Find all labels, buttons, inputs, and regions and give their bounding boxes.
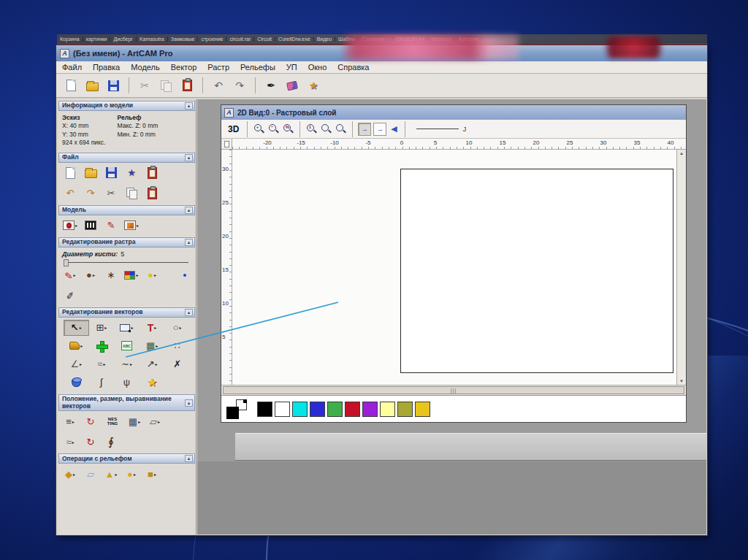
join-vectors-button[interactable]: ψ [114,375,140,391]
panel-header-vector-edit[interactable]: Редактирование векторов ▲ [58,307,195,318]
paste-button[interactable] [144,185,160,202]
collapse-button[interactable]: ▲ [185,239,193,246]
brush-select-button[interactable]: ●▸ [83,267,99,283]
menu-reliefs[interactable]: Рельефы [240,63,275,72]
relief-block-button[interactable]: ■▸ [144,466,160,482]
colour-palette-button[interactable]: ▸ [123,267,140,283]
file-open-button[interactable] [83,165,99,181]
switch-3d-button[interactable]: 3D [225,123,242,135]
palette-swatch[interactable] [345,402,360,417]
spiral-tool-button[interactable]: ∮ [103,434,119,450]
taskbar-item[interactable]: строение [198,37,226,42]
undo-button[interactable]: ↶ [210,77,227,94]
measure-tool-button[interactable]: ∠▸ [64,356,89,372]
relief-plane-button[interactable]: ▱ [83,466,99,482]
taskbar-item[interactable]: Vasidocx [428,37,455,42]
file-print-button[interactable] [144,165,160,181]
flood-fill-button[interactable]: ●▸ [144,267,160,283]
file-export-button[interactable]: ★ [123,165,140,181]
brush-diameter-slider[interactable] [64,262,188,263]
menu-edit[interactable]: Правка [93,63,120,72]
palette-swatch[interactable] [275,402,290,417]
pen-tool-button[interactable]: ✒ [262,77,280,94]
copy-shapes-button[interactable]: ▱▸ [147,413,163,429]
palette-swatch[interactable] [292,402,308,417]
model-notes-button[interactable]: ✎ [103,218,119,234]
menu-model[interactable]: Модель [131,63,159,72]
collapse-button[interactable]: ▲ [185,309,193,316]
align-vectors-button[interactable]: ≡▸ [62,413,78,429]
paste-along-curve-button[interactable]: ▦▸ [140,338,165,354]
cut-button[interactable]: ✂ [136,77,153,94]
foreground-colour-swatch[interactable] [226,407,239,419]
toggle-raster-button[interactable]: → [358,123,371,136]
file-save-button[interactable] [103,165,119,181]
scroll-up-icon[interactable]: ▲ [679,150,684,157]
new-button[interactable] [62,77,80,94]
trace-boundary-button[interactable]: ▸ [64,338,89,354]
previous-view-button[interactable]: ◀ [389,124,399,134]
zoom-selection-button[interactable] [335,123,347,135]
create-rectangle-button[interactable]: ▸ [114,320,140,336]
panel-header-relief-ops[interactable]: Операции с рельефом ▲ [58,453,195,464]
redo-button[interactable]: ↷ [231,77,248,94]
palette-swatch[interactable] [380,402,395,417]
nesting-button[interactable]: NES TING [103,413,122,429]
ruler-corner[interactable] [221,139,232,149]
palette-swatch[interactable] [362,402,378,417]
paste-button[interactable] [178,77,196,94]
spray-tool-button[interactable]: ∗ [103,267,119,283]
spline-tool-button[interactable]: ∫ [89,375,115,391]
menu-toolpaths[interactable]: УП [286,63,297,72]
open-button[interactable] [83,77,101,94]
create-polyline-button[interactable]: ↗▸ [140,356,165,372]
collapse-button[interactable]: ▲ [185,207,193,214]
distort-vectors-button[interactable]: ≈▸ [62,434,78,450]
relief-trophy-button[interactable]: ▲▸ [103,466,119,482]
palette-swatch[interactable] [415,402,430,417]
palette-swatch[interactable] [257,402,272,417]
zoom-out-button[interactable]: − [267,123,280,135]
redo-button[interactable]: ↷ [83,185,99,202]
menu-help[interactable]: Справка [337,63,369,72]
panel-header-raster-edit[interactable]: Редактирование растра ▲ [58,237,195,248]
taskbar-item[interactable]: Шаблы [335,37,359,42]
view2d-titlebar[interactable]: A 2D Вид:0 - Растровый слой [221,105,686,120]
save-button[interactable] [104,77,122,94]
menu-window[interactable]: Окно [308,63,327,72]
model-texture-button[interactable]: ▸ [123,218,140,234]
copy-button[interactable] [157,77,175,94]
draw-tool-button[interactable]: ✐ [61,287,79,304]
drawing-canvas[interactable] [232,150,676,385]
block-copy-button[interactable]: ∷ [164,338,190,354]
create-3d-shape-button[interactable] [64,375,89,391]
palette-swatch[interactable] [397,402,413,417]
create-star-button[interactable]: ★ [140,375,165,391]
fit-curve-button[interactable]: ∼▸ [114,356,140,372]
offset-vector-button[interactable]: ≈▸ [89,356,115,372]
horizontal-scrollbar[interactable]: ||| [221,385,686,395]
zoom-fit-button[interactable] [320,123,332,135]
transform-vectors-button[interactable]: ⊞▸ [89,320,115,336]
create-text-button[interactable]: T▸ [140,320,165,336]
foreground-background-colours[interactable] [226,399,248,419]
relief-stamp-button[interactable]: ●▸ [123,466,140,482]
taskbar-item[interactable]: Видео [314,37,335,42]
cut-button[interactable]: ✂ [103,185,119,202]
relief-load-button[interactable]: ◆▸ [62,466,78,482]
panel-header-model[interactable]: Модель ▲ [58,205,195,215]
collapse-button[interactable]: ▲ [185,399,193,407]
vertical-scrollbar[interactable]: ▲ ▼ [676,150,686,385]
taskbar-item[interactable]: Circuit [254,37,275,42]
collapse-button[interactable]: ▲ [185,102,193,110]
taskbar-item[interactable]: CorellDrw.exe [275,37,314,42]
model-lights-button[interactable] [83,218,99,234]
select-vectors-button[interactable]: ↖▸ [64,320,89,336]
menu-raster[interactable]: Растр [207,63,229,72]
create-ellipse-button[interactable]: ○▸ [164,320,190,336]
taskbar-item[interactable]: Корзина [57,37,83,42]
scrollbar-thumb[interactable]: ||| [223,386,684,394]
window-titlebar[interactable]: A (Без имени) - ArtCAM Pro [56,45,707,61]
model-image-button[interactable]: ▸ [62,218,78,234]
undo-button[interactable]: ↶ [62,185,78,202]
